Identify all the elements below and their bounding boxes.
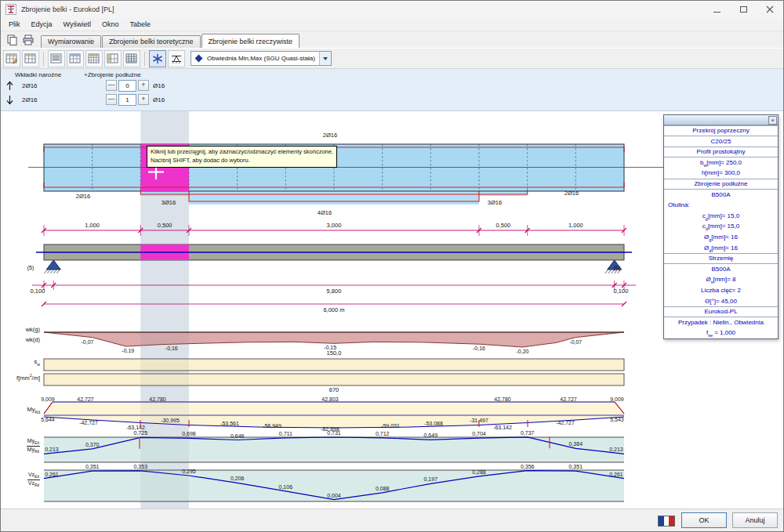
- diagram-value: 0,206: [230, 476, 245, 482]
- tab-zbrojenie-belki-teoretyczne[interactable]: Zbrojenie belki teoretyczne: [102, 35, 201, 48]
- menu-item-plik[interactable]: Plik: [3, 19, 26, 30]
- vz-rd-label: VzRd: [27, 480, 40, 488]
- decrease-bottom-bars-button[interactable]: —: [106, 94, 117, 105]
- bar-count-label: 2Ø16: [76, 194, 90, 200]
- fa-value: 670: [329, 387, 339, 393]
- panel-row: Liczba cięć= 2: [664, 285, 778, 296]
- diagram-value: 9,009: [41, 396, 55, 403]
- diagram-value: -63,142: [493, 425, 512, 431]
- combo-dropdown-icon[interactable]: [319, 52, 331, 65]
- diagram-value: 0,213: [609, 447, 623, 453]
- envelope-combo[interactable]: Obwiednia Min,Max (SGU Quasi-stała): [191, 51, 332, 66]
- snowflake-button[interactable]: [149, 50, 166, 67]
- diagram-value: -53,561: [220, 421, 239, 427]
- menu-item-wyświetl[interactable]: Wyświetl: [58, 19, 96, 30]
- diagram-value: -53,088: [424, 421, 443, 427]
- diagram-value: 0,704: [472, 431, 486, 437]
- steel-area-label: f[mm2/m]: [16, 373, 40, 382]
- copy-view-button[interactable]: [4, 33, 19, 46]
- panel-row: Eurokod-PL: [664, 306, 778, 317]
- edit-table-button[interactable]: [3, 50, 20, 67]
- support-view-button[interactable]: [168, 50, 185, 67]
- diagram-value: 0,725: [134, 430, 148, 436]
- table-button[interactable]: [22, 50, 39, 67]
- cancel-button[interactable]: Anuluj: [732, 512, 778, 528]
- panel-row: Przekrój poprzeczny: [664, 125, 778, 136]
- menu-item-okno[interactable]: Okno: [96, 19, 125, 30]
- panel-close-button[interactable]: ×: [768, 116, 777, 125]
- my-ratio-label: MyEd MyRd: [27, 438, 40, 455]
- tab-bar: WymiarowanieZbrojenie belki teoretyczneZ…: [1, 31, 783, 48]
- drawing-canvas[interactable]: wk(g) wk(d) sw f[mm2/m] MyRd MyEd MyRd V…: [1, 111, 783, 508]
- minimize-button[interactable]: [703, 1, 730, 18]
- increase-top-bars-button[interactable]: +: [138, 80, 149, 91]
- tab-zbrojenie-belki-rzeczywiste[interactable]: Zbrojenie belki rzeczywiste: [201, 34, 300, 48]
- diagram-value: -42,727: [556, 420, 575, 426]
- diagram-value: 0,737: [521, 430, 535, 436]
- bottom-reinforcement-arrow-icon[interactable]: [4, 94, 16, 106]
- maximize-button[interactable]: [730, 1, 757, 18]
- diagram-value: -30,995: [161, 418, 180, 424]
- vz-ratio-label: VzEd VzRd: [27, 472, 40, 489]
- diagram-value: 42,803: [321, 396, 338, 403]
- table-view-3-button[interactable]: [104, 50, 122, 67]
- panel-row: Zbrojenie podłużne: [664, 179, 778, 190]
- print-button[interactable]: [20, 33, 35, 46]
- dimension-label: 0,100: [31, 288, 45, 295]
- my-rd-label: MyRd: [27, 447, 40, 454]
- diagram-value: 0,356: [521, 464, 535, 470]
- top-corner-bars-value: 2Ø16: [22, 82, 38, 89]
- tooltip-line-1: Kliknij lub przeciągnij, aby zaznaczyć/o…: [151, 148, 333, 157]
- diagram-value: 0,711: [279, 431, 292, 437]
- panel-row: Ød[mm]= 16: [664, 243, 778, 254]
- diagram-value: 0,351: [85, 464, 100, 470]
- diagram-value: -0,07: [82, 339, 94, 346]
- top-reinforcement-arrow-icon[interactable]: [4, 80, 16, 92]
- diagram-value: 0,646: [230, 433, 245, 440]
- diagram-value: -42,727: [79, 420, 98, 426]
- steel-area-band: [44, 374, 624, 385]
- wk-top-label: wk(g): [26, 326, 40, 333]
- decrease-top-bars-button[interactable]: —: [106, 80, 117, 91]
- app-window: Zbrojenie belki - Eurokod [PL] PlikEdycj…: [0, 0, 784, 532]
- diagram-value: 5,644: [41, 417, 55, 423]
- close-button[interactable]: [757, 1, 783, 18]
- diagram-value: 42,780: [149, 396, 165, 403]
- diagram-value: -0,19: [122, 348, 134, 354]
- diagram-value: 9,009: [610, 396, 624, 403]
- increase-bottom-bars-button[interactable]: +: [138, 94, 149, 105]
- country-flag-icon: [658, 516, 675, 527]
- longitudinal-header: +Zbrojenie podłużne: [84, 71, 141, 78]
- panel-row: Otulina:: [664, 200, 778, 211]
- diagram-value: 0,106: [279, 484, 293, 490]
- panel-row: B500A: [664, 190, 778, 201]
- bar-count-label: 3Ø16: [162, 200, 176, 206]
- my-ed-label: MyEd: [27, 438, 40, 447]
- bottom-bars-count-field[interactable]: 1: [118, 94, 136, 106]
- diagram-value: 5,543: [610, 417, 624, 423]
- panel-row: Θ[°]= 45,00: [664, 296, 778, 307]
- diagram-value: 42,727: [560, 396, 576, 403]
- node-label: (5): [27, 265, 34, 271]
- table-view-1-button[interactable]: [67, 50, 84, 67]
- toolbar-separator: [43, 52, 44, 66]
- panel-titlebar[interactable]: ×: [664, 115, 778, 125]
- dimension-label: 0,100: [614, 288, 629, 295]
- diagram-value: 0,004: [327, 493, 341, 499]
- panel-row: fse = 1,000: [664, 328, 778, 338]
- tab-wymiarowanie[interactable]: Wymiarowanie: [41, 35, 101, 48]
- table-view-4-button[interactable]: [123, 50, 140, 67]
- diagram-value: -58,949: [263, 423, 281, 429]
- panel-row: C20/25: [664, 136, 778, 147]
- table-view-2-button[interactable]: [85, 50, 103, 67]
- diagram-value: -0,20: [517, 349, 529, 355]
- ok-button[interactable]: OK: [681, 512, 727, 528]
- panel-row: Øg[mm]= 16: [664, 232, 778, 243]
- diagram-value: 0,088: [376, 486, 390, 492]
- list-view-button[interactable]: [48, 50, 65, 67]
- diagram-value: -0,16: [473, 346, 485, 352]
- top-bars-count-field[interactable]: 0: [118, 80, 136, 92]
- menu-item-tabele[interactable]: Tabele: [124, 19, 156, 30]
- panel-row: cd[mm]= 15,0: [664, 221, 778, 232]
- menu-item-edycja[interactable]: Edycja: [26, 19, 58, 30]
